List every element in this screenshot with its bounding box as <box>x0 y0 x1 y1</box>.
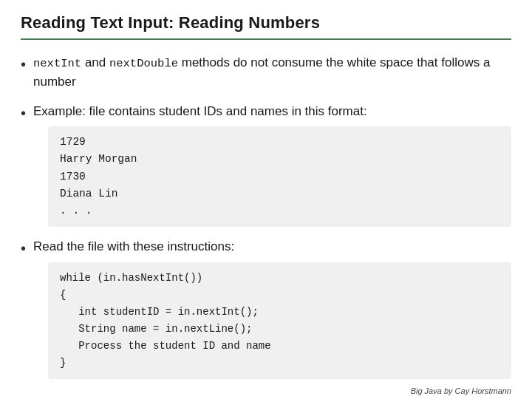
code-line-5: . . . <box>60 202 499 219</box>
bullet-dot-1: • <box>21 54 26 75</box>
code-line-1: 1729 <box>60 134 499 151</box>
bullet-dot-2: • <box>21 103 26 123</box>
code-while-line-5: Process the student ID and name <box>60 338 499 355</box>
code-line-2: Harry Morgan <box>60 151 499 168</box>
title-bar: Reading Text Input: Reading Numbers <box>21 13 511 40</box>
slide-title: Reading Text Input: Reading Numbers <box>21 13 320 32</box>
code-block-while: while (in.hasNextInt()) { int studentID … <box>48 262 511 380</box>
bullet-2: • Example: file contains student IDs and… <box>21 102 511 227</box>
bullet-1: • nextInt and nextDouble methods do not … <box>21 53 511 92</box>
slide: Reading Text Input: Reading Numbers • ne… <box>0 0 532 399</box>
code-block-example: 1729 Harry Morgan 1730 Diana Lin . . . <box>48 126 511 227</box>
code-nextInt: nextInt <box>33 57 81 70</box>
text-and: and <box>85 55 109 69</box>
code-nextDouble: nextDouble <box>109 57 178 70</box>
footer-line1: Big Java by Cay Horstmann <box>21 385 511 398</box>
code-while-line-2: { <box>60 287 499 304</box>
bullet-2-label: Example: file contains student IDs and n… <box>33 104 367 118</box>
bullet-3: • Read the file with these instructions:… <box>21 237 511 379</box>
code-while-line-4: String name = in.nextLine(); <box>60 321 499 338</box>
code-while-line-1: while (in.hasNextInt()) <box>60 270 499 287</box>
bullet-1-text: nextInt and nextDouble methods do not co… <box>33 53 511 92</box>
bullet-3-text: Read the file with these instructions: <box>33 237 511 256</box>
code-line-3: 1730 <box>60 168 499 185</box>
footer: Big Java by Cay Horstmann Copyright © 20… <box>21 379 511 399</box>
bullet-dot-3: • <box>21 238 26 259</box>
content-area: • nextInt and nextDouble methods do not … <box>21 53 511 379</box>
code-while-line-6: } <box>60 355 499 372</box>
bullet-3-label: Read the file with these instructions: <box>33 239 234 253</box>
bullet-2-text: Example: file contains student IDs and n… <box>33 102 511 121</box>
bullet-2-content: Example: file contains student IDs and n… <box>33 102 511 227</box>
bullet-3-content: Read the file with these instructions: w… <box>33 237 511 379</box>
code-line-4: Diana Lin <box>60 185 499 202</box>
code-while-line-3: int studentID = in.nextInt(); <box>60 304 499 321</box>
